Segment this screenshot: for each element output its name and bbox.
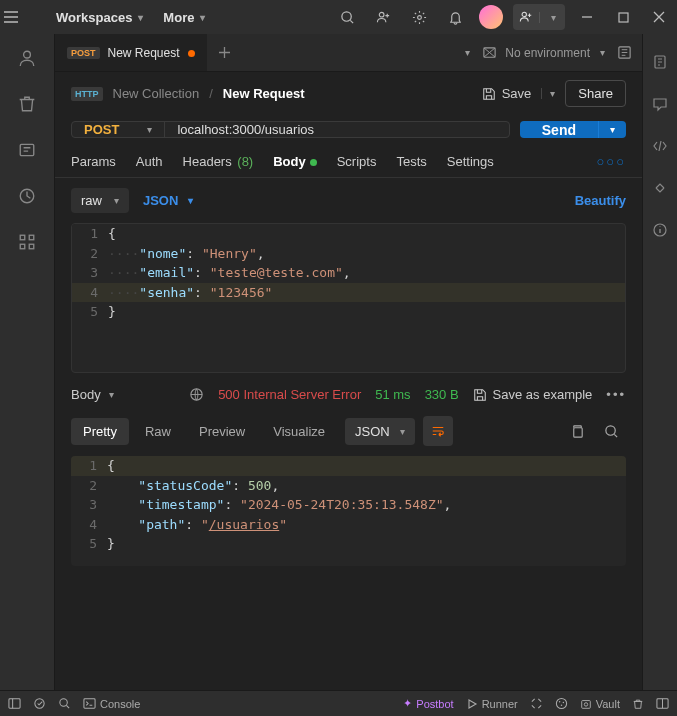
tab-params[interactable]: Params — [71, 154, 116, 169]
comments-icon[interactable] — [648, 92, 672, 116]
avatar[interactable] — [477, 3, 505, 31]
environment-selector[interactable]: No environment ▾ — [482, 45, 605, 60]
svg-rect-10 — [20, 244, 25, 249]
svg-rect-15 — [573, 427, 581, 436]
tab-headers[interactable]: Headers (8) — [183, 154, 254, 169]
workspaces-menu[interactable]: Workspaces▾ — [50, 6, 149, 29]
trash-statusbar-icon[interactable] — [632, 698, 644, 710]
tab-title: New Request — [108, 46, 180, 60]
svg-rect-11 — [29, 244, 34, 249]
svg-rect-9 — [29, 235, 34, 240]
capture-icon[interactable] — [530, 697, 543, 710]
docs-icon[interactable] — [648, 50, 672, 74]
titlebar: Workspaces▾ More▾ ▾ — [0, 0, 677, 34]
response-size: 330 B — [425, 387, 459, 402]
trash-icon[interactable] — [13, 90, 41, 118]
body-format-selector[interactable]: JSON▾ — [143, 193, 193, 208]
svg-rect-22 — [84, 699, 95, 708]
search-icon[interactable] — [333, 3, 361, 31]
share-button[interactable]: Share — [565, 80, 626, 107]
maximize-button[interactable] — [609, 3, 637, 31]
more-menu[interactable]: More▾ — [157, 6, 211, 29]
save-as-example-button[interactable]: Save as example — [473, 387, 593, 402]
grid-icon[interactable] — [13, 228, 41, 256]
console-button[interactable]: Console — [83, 697, 140, 710]
breadcrumb: HTTP New Collection / New Request Save ▾… — [55, 72, 642, 115]
resp-format-selector[interactable]: JSON▾ — [345, 418, 415, 445]
svg-point-1 — [379, 12, 384, 17]
beautify-button[interactable]: Beautify — [575, 193, 626, 208]
team-dropdown[interactable]: ▾ — [513, 4, 565, 30]
history-icon[interactable] — [13, 182, 41, 210]
svg-point-24 — [559, 701, 560, 702]
save-button[interactable]: Save ▾ — [482, 86, 556, 101]
info-icon[interactable] — [648, 218, 672, 242]
response-more-icon[interactable]: ••• — [606, 387, 626, 402]
svg-point-0 — [341, 11, 350, 20]
request-tab[interactable]: POST New Request — [55, 34, 207, 71]
hamburger-menu[interactable] — [4, 11, 42, 23]
tab-auth[interactable]: Auth — [136, 154, 163, 169]
code-icon[interactable] — [648, 134, 672, 158]
response-time: 51 ms — [375, 387, 410, 402]
send-dropdown[interactable]: ▾ — [598, 121, 626, 138]
svg-rect-19 — [9, 699, 20, 708]
svg-point-21 — [60, 699, 67, 706]
resp-tab-pretty[interactable]: Pretty — [71, 418, 129, 445]
current-request-name[interactable]: New Request — [223, 86, 305, 101]
body-type-selector[interactable]: raw▾ — [71, 188, 129, 213]
runner-button[interactable]: Runner — [466, 698, 518, 710]
response-header: Body▾ 500 Internal Server Error 51 ms 33… — [55, 373, 642, 410]
vault-button[interactable]: Vault — [580, 698, 620, 710]
response-body-tab[interactable]: Body▾ — [71, 387, 114, 402]
tab-list-dropdown[interactable]: ▾ — [465, 47, 470, 58]
settings-icon[interactable] — [405, 3, 433, 31]
send-button[interactable]: Send — [520, 121, 598, 138]
user-icon[interactable] — [13, 44, 41, 72]
wrap-lines-icon[interactable] — [423, 416, 453, 446]
request-bar: POST ▾ localhost:3000/usuarios Send ▾ — [55, 115, 642, 144]
method-selector[interactable]: POST ▾ — [72, 122, 165, 137]
cookies-icon[interactable] — [555, 697, 568, 710]
status-badge: 500 Internal Server Error — [218, 387, 361, 402]
find-icon[interactable] — [58, 697, 71, 710]
tab-settings[interactable]: Settings — [447, 154, 494, 169]
collection-link[interactable]: New Collection — [113, 86, 200, 101]
svg-point-25 — [562, 702, 563, 703]
svg-point-16 — [605, 425, 614, 434]
response-body-editor[interactable]: 1{ 2 "statusCode": 500, 3 "timestamp": "… — [71, 456, 626, 566]
search-response-icon[interactable] — [596, 416, 626, 446]
sync-icon[interactable] — [33, 697, 46, 710]
body-controls: raw▾ JSON▾ Beautify — [55, 178, 642, 223]
svg-point-28 — [584, 702, 587, 705]
tab-scripts[interactable]: Scripts — [337, 154, 377, 169]
resp-tab-visualize[interactable]: Visualize — [261, 418, 337, 445]
save-dropdown[interactable]: ▾ — [541, 88, 555, 99]
right-sidebar — [642, 34, 677, 690]
related-icon[interactable] — [648, 176, 672, 200]
minimize-button[interactable] — [573, 3, 601, 31]
collections-icon[interactable] — [13, 136, 41, 164]
tab-body[interactable]: Body — [273, 154, 317, 169]
environment-quick-look-icon[interactable] — [617, 45, 632, 60]
resp-tab-preview[interactable]: Preview — [187, 418, 257, 445]
tab-bar: POST New Request ▾ No environment ▾ — [55, 34, 642, 72]
resp-tab-raw[interactable]: Raw — [133, 418, 183, 445]
two-pane-icon[interactable] — [656, 697, 669, 710]
close-button[interactable] — [645, 3, 673, 31]
notifications-icon[interactable] — [441, 3, 469, 31]
more-options-icon[interactable]: ○○○ — [596, 154, 626, 169]
copy-response-icon[interactable] — [562, 416, 592, 446]
network-icon[interactable] — [189, 387, 204, 402]
invite-people-icon[interactable] — [369, 3, 397, 31]
request-body-editor[interactable]: 1{ 2····"nome": "Henry", 3····"email": "… — [71, 223, 626, 373]
sidebar-toggle-icon[interactable] — [8, 697, 21, 710]
unsaved-dot — [188, 50, 195, 57]
svg-point-23 — [556, 698, 566, 708]
new-tab-button[interactable] — [207, 34, 243, 71]
url-input[interactable]: localhost:3000/usuarios — [165, 122, 508, 137]
svg-rect-6 — [20, 144, 34, 155]
postbot-button[interactable]: ✦ Postbot — [403, 697, 453, 710]
tab-tests[interactable]: Tests — [396, 154, 426, 169]
svg-rect-4 — [619, 13, 628, 22]
